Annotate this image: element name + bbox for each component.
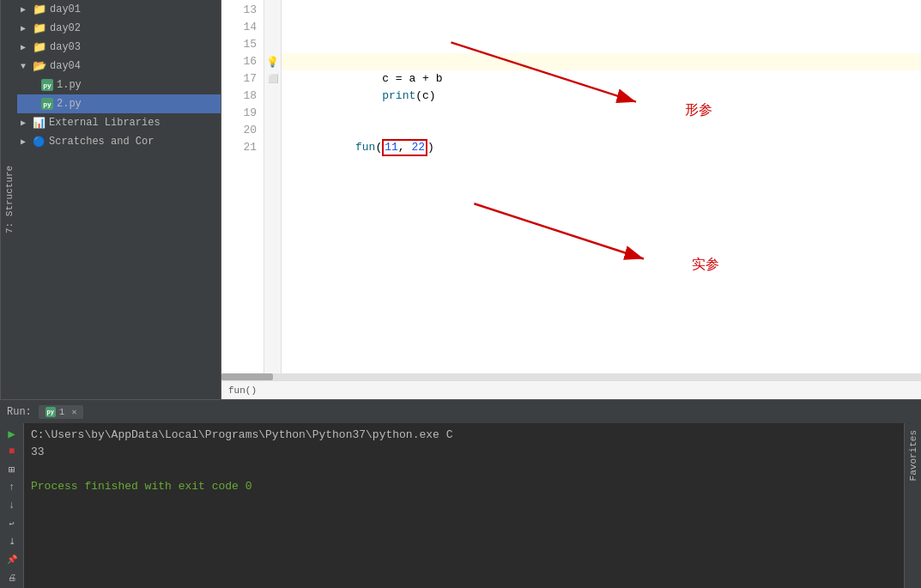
sidebar-item-label: External Libraries xyxy=(49,117,161,129)
run-print-button[interactable]: 🖨 xyxy=(3,570,21,585)
py-file-icon: py xyxy=(41,98,53,110)
run-stop-button[interactable]: ■ xyxy=(3,445,21,459)
run-toolbar: ▶ ■ ⊞ ↑ ↓ ↩ ⤓ 📌 🖨 xyxy=(0,423,24,588)
scratch-icon: 🔵 xyxy=(33,136,45,149)
line-num-17: 17 xyxy=(221,70,264,88)
sidebar-item-external[interactable]: ▶ 📊 External Libraries xyxy=(17,113,221,132)
run-play-button[interactable]: ▶ xyxy=(3,427,21,441)
folder-icon: 📁 xyxy=(33,40,46,54)
arrow-down-icon: ▼ xyxy=(21,62,33,71)
sidebar-item-1py[interactable]: py 1.py xyxy=(17,76,221,94)
run-tab-label: 1 xyxy=(59,407,65,417)
run-pin-button[interactable]: 📌 xyxy=(3,552,21,567)
favorites-tab-label: Favorites xyxy=(908,430,918,481)
sidebar-item-day04[interactable]: ▼ 📂 day04 xyxy=(17,57,221,76)
gutter-16: 💡 xyxy=(264,53,281,70)
code-line-21 xyxy=(282,139,921,156)
arrow-icon: ▶ xyxy=(21,118,33,128)
folder-icon: 📁 xyxy=(33,21,46,35)
run-tab[interactable]: py 1 ✕ xyxy=(39,405,84,419)
gutter-17: ⬜ xyxy=(264,70,281,88)
line-numbers: 13 14 15 16 17 18 19 20 21 xyxy=(221,0,264,373)
line-num-13: 13 xyxy=(221,2,264,19)
run-layout-button[interactable]: ⊞ xyxy=(3,463,21,477)
code-container: 13 14 15 16 17 18 19 20 21 💡 ⬜ xyxy=(221,0,921,373)
structure-tab-label: 7: Structure xyxy=(4,166,15,233)
run-wrap-button[interactable]: ↩ xyxy=(3,517,21,531)
bulb-icon[interactable]: 💡 xyxy=(266,56,279,69)
library-icon: 📊 xyxy=(33,117,45,130)
gutter-15 xyxy=(264,36,281,53)
sidebar-item-day03[interactable]: ▶ 📁 day03 xyxy=(17,38,221,57)
code-line-13 xyxy=(282,2,921,19)
horizontal-scrollbar[interactable] xyxy=(221,373,921,380)
file-tree-sidebar: ▶ 📁 day01 ▶ 📁 day02 ▶ 📁 day03 ▼ 📂 day04 … xyxy=(17,0,221,399)
arrow-icon: ▶ xyxy=(21,136,33,147)
cmd-text: C:\Users\by\AppData\Local\Programs\Pytho… xyxy=(31,428,452,441)
run-up-button[interactable]: ↑ xyxy=(3,481,21,495)
line-num-21: 21 xyxy=(221,139,264,156)
arrow-icon: ▶ xyxy=(21,42,33,52)
run-scroll-button[interactable]: ⤓ xyxy=(3,534,21,549)
code-line-16: c = a + b xyxy=(282,53,921,70)
main-content: 7: Structure ▶ 📁 day01 ▶ 📁 day02 ▶ 📁 day… xyxy=(0,0,921,399)
sidebar-item-day01[interactable]: ▶ 📁 day01 xyxy=(17,0,221,19)
sidebar-item-label: Scratches and Cor xyxy=(49,136,154,148)
line-num-15: 15 xyxy=(221,36,264,53)
line-num-19: 19 xyxy=(221,105,264,122)
line-num-14: 14 xyxy=(221,19,264,36)
status-bar: fun() xyxy=(221,380,921,399)
folder-icon: 📁 xyxy=(33,3,46,16)
sidebar-item-label: 2.py xyxy=(57,98,82,110)
status-label: fun() xyxy=(228,385,257,396)
sidebar-item-day02[interactable]: ▶ 📁 day02 xyxy=(17,19,221,38)
run-panel: Run: py 1 ✕ ▶ ■ ⊞ ↑ ↓ ↩ ⤓ 📌 🖨 C:\Users\b… xyxy=(0,399,921,588)
run-output: C:\Users\by\AppData\Local\Programs\Pytho… xyxy=(24,423,904,588)
empty-line xyxy=(31,461,897,478)
gutter-19 xyxy=(264,105,281,122)
line-num-16: 16 xyxy=(221,53,264,70)
gutter-14 xyxy=(264,19,281,36)
code-line-17: print(c) xyxy=(282,70,921,88)
process-text: Process finished with exit code 0 xyxy=(31,480,251,493)
bookmark-icon: ⬜ xyxy=(268,74,278,84)
sidebar-item-label: day02 xyxy=(50,22,81,34)
sidebar-item-label: day03 xyxy=(50,41,81,53)
line-num-20: 20 xyxy=(221,122,264,139)
code-line-15: def fun(a, b): xyxy=(282,36,921,53)
favorites-tab[interactable]: Favorites xyxy=(905,423,921,488)
run-label: Run: xyxy=(7,406,32,418)
code-line-18 xyxy=(282,88,921,105)
run-side-tabs: Favorites xyxy=(904,423,921,588)
process-line: Process finished with exit code 0 xyxy=(31,478,897,495)
line-num-18: 18 xyxy=(221,88,264,105)
gutter-13 xyxy=(264,2,281,19)
cmd-line: C:\Users\by\AppData\Local\Programs\Pytho… xyxy=(31,427,897,444)
svg-line-3 xyxy=(474,203,643,258)
scrollbar-thumb[interactable] xyxy=(221,373,273,380)
code-line-14 xyxy=(282,19,921,36)
sidebar-item-label: day01 xyxy=(50,3,81,15)
sidebar-item-label: 1.py xyxy=(57,79,82,91)
run-py-icon: py xyxy=(45,407,56,417)
sidebar-item-label: day04 xyxy=(50,60,81,72)
code-line-20: fun(11, 22) xyxy=(282,122,921,139)
run-header: Run: py 1 ✕ xyxy=(0,399,921,423)
arrow-icon: ▶ xyxy=(21,4,33,15)
run-body: ▶ ■ ⊞ ↑ ↓ ↩ ⤓ 📌 🖨 C:\Users\by\AppData\Lo… xyxy=(0,423,921,588)
sidebar-item-2py[interactable]: py 2.py xyxy=(17,94,221,113)
annotation-shican: 实参 xyxy=(692,256,719,273)
code-lines[interactable]: def fun(a, b): c = a + b print(c) fun(11… xyxy=(282,0,921,373)
gutter-18 xyxy=(264,88,281,105)
editor-area: 13 14 15 16 17 18 19 20 21 💡 ⬜ xyxy=(221,0,921,399)
output-value: 33 xyxy=(31,446,45,458)
output-result-line: 33 xyxy=(31,444,897,461)
sidebar-item-scratches[interactable]: ▶ 🔵 Scratches and Cor xyxy=(17,132,221,151)
gutter: 💡 ⬜ xyxy=(264,0,282,373)
gutter-20 xyxy=(264,122,281,139)
structure-tab[interactable]: 7: Structure xyxy=(0,0,17,399)
code-line-19 xyxy=(282,105,921,122)
run-down-button[interactable]: ↓ xyxy=(3,499,21,513)
arrow-icon: ▶ xyxy=(21,23,33,33)
close-tab-icon[interactable]: ✕ xyxy=(71,407,76,417)
